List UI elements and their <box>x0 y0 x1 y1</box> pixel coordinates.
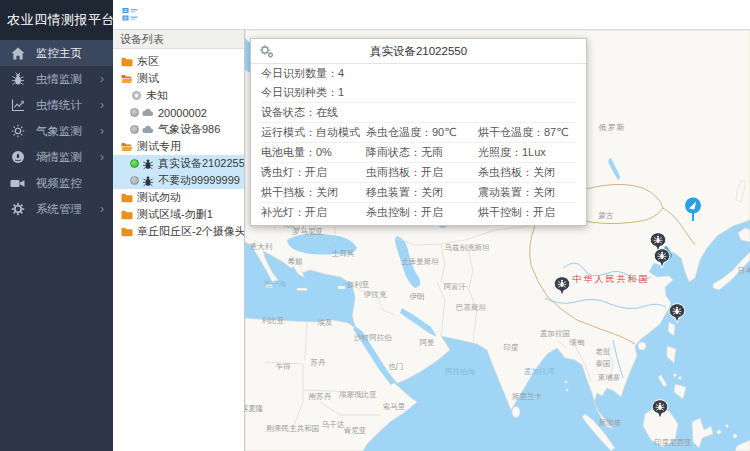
status-dot <box>130 176 139 185</box>
sidebar-item-label: 气象监测 <box>36 124 100 139</box>
tree-item-label: 章丘阳丘区-2个摄像头 <box>137 224 244 239</box>
insect-pin[interactable] <box>652 399 669 423</box>
tree-item-label: 测试专用 <box>137 139 181 154</box>
folder-icon <box>121 209 133 220</box>
insect-device-icon <box>142 158 154 169</box>
sidebar: 农业四情测报平台 监控主页虫情监测›虫情统计›气象监测›墒情监测›视频监控系统管… <box>0 0 113 451</box>
tree-item-label: 真实设备21022550 <box>158 156 244 171</box>
popup-body: 今日识别数量：4今日识别种类：1设备状态：在线运行模式：自动模式杀虫仓温度：90… <box>251 64 586 225</box>
content: 设备列表 东区测试未知20000002气象设备986测试专用真实设备210225… <box>113 30 750 451</box>
popup-grid-row: 烘干挡板：关闭移虫装置：关闭震动装置：关闭 <box>261 182 576 202</box>
tree-item[interactable]: 测试 <box>113 70 244 87</box>
popup-grid-cell: 运行模式：自动模式 <box>261 126 366 139</box>
tree-item[interactable]: 章丘阳丘区-2个摄像头 <box>113 223 244 240</box>
tree-item[interactable]: 测试勿动 <box>113 189 244 206</box>
sidebar-item-label: 监控主页 <box>36 46 104 61</box>
popup-stat-line: 今日识别数量：4 <box>261 64 576 83</box>
weather-icon <box>10 124 25 138</box>
folder-open-icon <box>121 73 133 84</box>
folder-icon <box>121 226 133 237</box>
tree-item-label: 未知 <box>146 88 168 103</box>
tree-item-label: 测试 <box>137 71 159 86</box>
sidebar-item-label: 墒情监测 <box>36 150 100 165</box>
popup-grid-row: 诱虫灯：开启虫雨挡板：开启杀虫挡板：关闭 <box>261 162 576 182</box>
device-panel: 设备列表 东区测试未知20000002气象设备986测试专用真实设备210225… <box>113 30 245 451</box>
sidebar-item-label: 系统管理 <box>36 202 100 217</box>
insect-device-icon <box>142 175 154 186</box>
folder-icon <box>121 56 133 67</box>
topbar <box>113 0 750 30</box>
tree-item-label: 测试勿动 <box>137 190 181 205</box>
popup-grid-cell: 光照度：1Lux <box>478 146 576 159</box>
sidebar-item-2[interactable]: 虫情监测› <box>0 66 113 92</box>
popup-grid-cell: 电池电量：0% <box>261 146 366 159</box>
tree-item-label: 气象设备986 <box>158 122 220 137</box>
popup-grid-cell: 降雨状态：无雨 <box>366 146 478 159</box>
agriculture-monitoring-app: 农业四情测报平台 监控主页虫情监测›虫情统计›气象监测›墒情监测›视频监控系统管… <box>0 0 750 451</box>
folder-icon <box>121 192 133 203</box>
sidebar-nav: 监控主页虫情监测›虫情统计›气象监测›墒情监测›视频监控系统管理› <box>0 40 113 222</box>
moisture-icon <box>10 150 25 164</box>
popup-device-title: 真实设备21022550 <box>370 44 467 59</box>
tree-item[interactable]: 真实设备21022550 <box>113 155 244 172</box>
sidebar-item-label: 虫情统计 <box>36 98 100 113</box>
tree-item-label: 不要动99999999 <box>158 173 240 188</box>
home-icon <box>10 46 25 60</box>
insect-pin[interactable] <box>554 276 571 300</box>
sidebar-item-label: 虫情监测 <box>36 72 100 87</box>
sidebar-item-5[interactable]: 墒情监测› <box>0 144 113 170</box>
insect-pin[interactable] <box>654 248 671 272</box>
device-tree: 东区测试未知20000002气象设备986测试专用真实设备21022550不要动… <box>113 49 244 240</box>
popup-grid-cell: 杀虫仓温度：90℃ <box>366 126 478 139</box>
gear-icon <box>10 202 25 216</box>
popup-grid-cell: 补光灯：开启 <box>261 206 366 219</box>
popup-grid-row: 电池电量：0%降雨状态：无雨光照度：1Lux <box>261 142 576 162</box>
tree-item[interactable]: 不要动99999999 <box>113 172 244 189</box>
status-dot <box>130 159 139 168</box>
folder-open-icon <box>121 141 133 152</box>
unknown-marker-icon <box>130 90 142 101</box>
chevron-right-icon: › <box>100 99 104 111</box>
camera-pin[interactable] <box>684 197 703 225</box>
device-panel-header: 设备列表 <box>113 30 244 49</box>
popup-grid-cell: 烘干挡板：关闭 <box>261 186 366 199</box>
popup-grid-cell: 震动装置：关闭 <box>478 186 576 199</box>
chevron-right-icon: › <box>100 151 104 163</box>
map-canvas[interactable]: 俄罗斯蒙古中华人民共和国哈萨克斯坦乌克兰捷克匈牙利罗马尼亚意大利希腊土耳其土库曼… <box>245 30 750 451</box>
sidebar-item-3[interactable]: 虫情统计› <box>0 92 113 118</box>
chevron-right-icon: › <box>100 125 104 137</box>
weather-device-icon <box>142 124 154 135</box>
tree-item-label: 测试区域-勿删1 <box>137 207 213 222</box>
popup-grid-cell: 烘干控制：开启 <box>478 206 576 219</box>
popup-grid-cell: 诱虫灯：开启 <box>261 166 366 179</box>
sidebar-item-7[interactable]: 系统管理› <box>0 196 113 222</box>
popup-grid-row: 运行模式：自动模式杀虫仓温度：90℃烘干仓温度：87℃ <box>261 122 576 142</box>
weather-device-icon <box>142 107 154 118</box>
device-info-popup: 真实设备21022550 今日识别数量：4今日识别种类：1设备状态：在线运行模式… <box>250 38 587 226</box>
sidebar-item-6[interactable]: 视频监控 <box>0 170 113 196</box>
tree-item[interactable]: 测试专用 <box>113 138 244 155</box>
popup-grid-cell: 虫雨挡板：开启 <box>366 166 478 179</box>
tree-view-icon[interactable] <box>122 7 138 22</box>
tree-item[interactable]: 未知 <box>113 87 244 104</box>
tree-item-label: 东区 <box>137 54 159 69</box>
bug-icon <box>10 72 25 86</box>
sidebar-item-1[interactable]: 监控主页 <box>0 40 113 66</box>
chevron-right-icon: › <box>100 203 104 215</box>
sidebar-item-label: 视频监控 <box>36 176 104 191</box>
tree-item[interactable]: 20000002 <box>113 104 244 121</box>
popup-grid-cell: 杀虫挡板：关闭 <box>478 166 576 179</box>
popup-stat-line: 今日识别种类：1 <box>261 83 576 102</box>
popup-grid-row: 补光灯：开启杀虫控制：开启烘干控制：开启 <box>261 202 576 222</box>
tree-item[interactable]: 测试区域-勿删1 <box>113 206 244 223</box>
tree-item[interactable]: 气象设备986 <box>113 121 244 138</box>
sidebar-item-4[interactable]: 气象监测› <box>0 118 113 144</box>
tree-item[interactable]: 东区 <box>113 53 244 70</box>
main-area: 设备列表 东区测试未知20000002气象设备986测试专用真实设备210225… <box>113 0 750 451</box>
popup-status-line: 设备状态：在线 <box>261 102 576 122</box>
popup-grid-cell: 烘干仓温度：87℃ <box>478 126 576 139</box>
insect-pin[interactable] <box>669 303 686 327</box>
status-dot <box>130 108 139 117</box>
app-title: 农业四情测报平台 <box>0 0 113 40</box>
video-icon <box>10 176 25 190</box>
